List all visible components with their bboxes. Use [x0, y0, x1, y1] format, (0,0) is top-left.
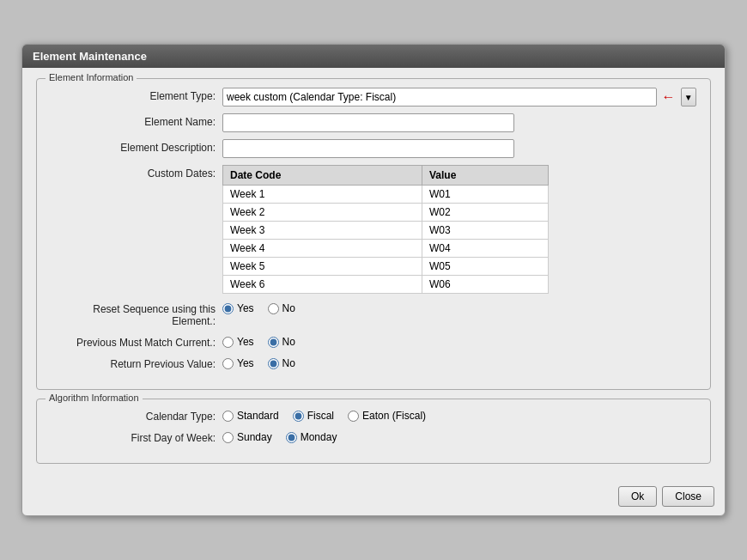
table-row: Week 2W02 — [223, 204, 549, 222]
calendar-type-label: Calendar Type: — [51, 408, 222, 423]
calendar-fiscal-radio[interactable] — [293, 411, 304, 422]
previous-must-no-label: No — [282, 336, 295, 348]
table-cell: W04 — [422, 240, 549, 258]
ok-button[interactable]: Ok — [618, 486, 657, 507]
return-previous-yes-label: Yes — [237, 357, 254, 369]
arrow-indicator-icon: ← — [662, 89, 676, 105]
previous-must-yes-option[interactable]: Yes — [222, 336, 254, 348]
reset-sequence-no-label: No — [282, 302, 295, 314]
reset-sequence-yes-radio[interactable] — [222, 303, 234, 314]
custom-dates-row: Custom Dates: Date Code Value Week 1W01W… — [51, 165, 696, 294]
table-cell: W01 — [422, 186, 549, 204]
previous-must-yes-label: Yes — [237, 336, 254, 348]
table-cell: Week 1 — [223, 186, 422, 204]
custom-dates-table: Date Code Value Week 1W01Week 2W02Week 3… — [222, 165, 549, 294]
reset-sequence-control: Yes No — [222, 301, 696, 314]
table-cell: W03 — [422, 222, 549, 240]
custom-dates-control: Date Code Value Week 1W01Week 2W02Week 3… — [222, 165, 696, 294]
table-cell: Week 2 — [223, 204, 422, 222]
table-cell: Week 3 — [223, 222, 422, 240]
first-day-monday-option[interactable]: Monday — [286, 431, 337, 443]
calendar-type-control: Standard Fiscal Eaton (Fiscal) — [222, 408, 696, 422]
table-row: Week 4W04 — [223, 240, 549, 258]
previous-must-no-radio[interactable] — [268, 337, 279, 348]
previous-must-row: Previous Must Match Current.: Yes No — [51, 334, 696, 349]
first-day-monday-label: Monday — [301, 431, 337, 443]
calendar-eaton-radio[interactable] — [348, 411, 359, 422]
return-previous-row: Return Previous Value: Yes No — [51, 356, 696, 370]
previous-must-control: Yes No — [222, 334, 696, 348]
element-name-row: Element Name: — [51, 113, 696, 132]
element-type-label: Element Type: — [51, 88, 222, 102]
return-previous-no-option[interactable]: No — [268, 357, 295, 369]
table-row: Week 3W03 — [223, 222, 549, 240]
table-cell: Week 4 — [223, 240, 422, 258]
calendar-standard-option[interactable]: Standard — [222, 410, 279, 422]
first-day-sunday-radio[interactable] — [222, 432, 234, 443]
first-day-monday-radio[interactable] — [286, 432, 297, 443]
table-cell: W06 — [422, 276, 549, 294]
col-header-value: Value — [422, 166, 549, 186]
calendar-type-row: Calendar Type: Standard Fiscal Eaton (Fi… — [51, 408, 696, 423]
dialog-title: Element Maintenance — [22, 45, 725, 68]
table-row: Week 5W05 — [223, 258, 549, 276]
return-previous-no-label: No — [282, 357, 295, 369]
first-day-sunday-option[interactable]: Sunday — [222, 431, 272, 443]
calendar-eaton-option[interactable]: Eaton (Fiscal) — [348, 410, 426, 422]
element-name-label: Element Name: — [51, 113, 222, 128]
element-name-input[interactable] — [222, 113, 514, 132]
table-cell: Week 6 — [223, 276, 422, 294]
return-previous-control: Yes No — [222, 356, 696, 369]
return-previous-label: Return Previous Value: — [51, 356, 222, 370]
first-day-row: First Day of Week: Sunday Monday — [51, 429, 696, 444]
reset-sequence-no-radio[interactable] — [268, 303, 279, 314]
first-day-label: First Day of Week: — [51, 429, 222, 444]
element-type-control: ← ▼ — [222, 88, 696, 107]
calendar-fiscal-option[interactable]: Fiscal — [293, 410, 334, 422]
reset-sequence-label: Reset Sequence using this Element.: — [51, 301, 222, 327]
table-cell: W05 — [422, 258, 549, 276]
element-description-row: Element Description: — [51, 139, 696, 158]
close-button[interactable]: Close — [662, 486, 714, 507]
algorithm-information-label: Algorithm Information — [46, 393, 143, 403]
calendar-standard-radio[interactable] — [222, 411, 234, 422]
algorithm-information-group: Algorithm Information Calendar Type: Sta… — [36, 399, 711, 464]
element-description-control — [222, 139, 696, 158]
element-maintenance-dialog: Element Maintenance Element Information … — [21, 44, 726, 516]
reset-sequence-yes-option[interactable]: Yes — [222, 302, 254, 314]
reset-sequence-row: Reset Sequence using this Element.: Yes … — [51, 301, 696, 327]
first-day-sunday-label: Sunday — [237, 431, 272, 443]
table-row: Week 1W01 — [223, 186, 549, 204]
previous-must-label: Previous Must Match Current.: — [51, 334, 222, 349]
calendar-fiscal-label: Fiscal — [307, 410, 334, 422]
dialog-footer: Ok Close — [22, 481, 725, 515]
first-day-control: Sunday Monday — [222, 429, 696, 443]
calendar-eaton-label: Eaton (Fiscal) — [362, 410, 426, 422]
calendar-standard-label: Standard — [237, 410, 279, 422]
element-information-label: Element Information — [46, 72, 137, 82]
return-previous-yes-option[interactable]: Yes — [222, 357, 254, 369]
element-information-group: Element Information Element Type: ← ▼ El… — [36, 78, 711, 390]
reset-sequence-yes-label: Yes — [237, 302, 254, 314]
previous-must-yes-radio[interactable] — [222, 337, 234, 348]
custom-dates-label: Custom Dates: — [51, 165, 222, 180]
element-description-label: Element Description: — [51, 139, 222, 154]
return-previous-no-radio[interactable] — [268, 358, 279, 369]
table-cell: Week 5 — [223, 258, 422, 276]
table-cell: W02 — [422, 204, 549, 222]
col-header-date-code: Date Code — [223, 166, 422, 186]
element-name-control — [222, 113, 696, 132]
table-row: Week 6W06 — [223, 276, 549, 294]
element-type-dropdown-button[interactable]: ▼ — [681, 88, 696, 107]
return-previous-yes-radio[interactable] — [222, 358, 234, 369]
element-type-input[interactable] — [222, 88, 657, 107]
element-description-input[interactable] — [222, 139, 514, 158]
reset-sequence-no-option[interactable]: No — [268, 302, 295, 314]
previous-must-no-option[interactable]: No — [268, 336, 295, 348]
element-type-row: Element Type: ← ▼ — [51, 88, 696, 107]
